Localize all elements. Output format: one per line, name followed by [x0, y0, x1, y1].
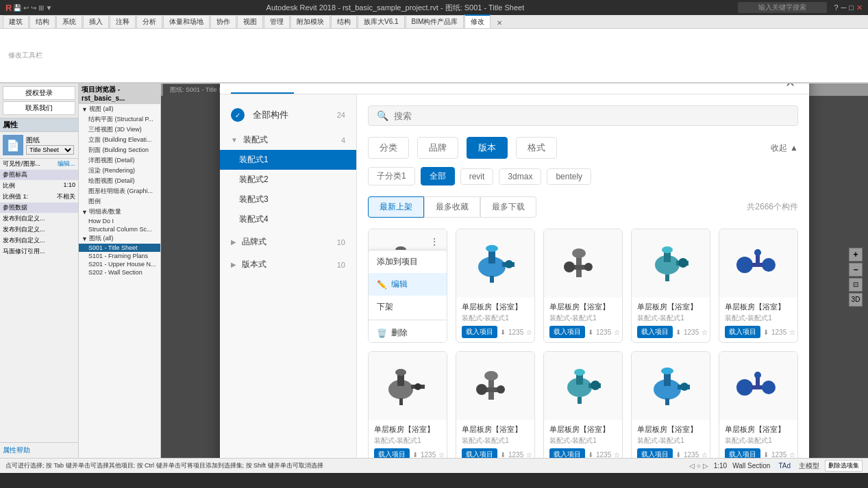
ribbon-tab-view[interactable]: 视图: [237, 15, 263, 28]
sub-filter-all[interactable]: 全部: [421, 167, 455, 185]
load-btn-3[interactable]: 载入项目: [637, 326, 673, 338]
tab-plugins[interactable]: 插件下载: [465, 84, 528, 94]
tab-topic[interactable]: 专题: [294, 84, 339, 94]
browser-rendering[interactable]: 渲染 (Rendering): [79, 166, 160, 176]
product-card-9[interactable]: 单层板房【浴室】 装配式-装配式1 载入项目 ⬇ 1235 ☆ 1235: [719, 351, 798, 458]
load-btn-2[interactable]: 载入项目: [549, 326, 585, 338]
ribbon-tab-structure[interactable]: 结构: [29, 15, 55, 28]
browser-s001[interactable]: S001 - Title Sheet: [79, 244, 160, 252]
filter-format[interactable]: 格式: [516, 137, 557, 159]
nav-item-assembled1[interactable]: 装配式1: [220, 150, 356, 170]
load-btn-6[interactable]: 载入项目: [462, 448, 497, 458]
context-menu-trigger-0[interactable]: ⋮: [427, 235, 441, 248]
ribbon-tab-structure2[interactable]: 结构: [331, 15, 357, 28]
nav-item-assembled4[interactable]: 装配式4: [220, 209, 356, 229]
product-card-7[interactable]: 单层板房【浴室】 装配式-装配式1 载入项目 ⬇ 1235 ☆ 1235: [543, 351, 623, 458]
remove-selection-btn[interactable]: 删除选项集: [825, 460, 863, 472]
browser-section[interactable]: 剖面 (Building Section: [79, 145, 160, 155]
close-btn[interactable]: ✕: [856, 3, 863, 12]
nav-all-item[interactable]: ✓ 全部构件 24: [220, 103, 356, 127]
load-btn-9[interactable]: 载入项目: [725, 448, 760, 458]
app-controls[interactable]: ? ─ □ ✕: [834, 3, 863, 12]
product-card-6[interactable]: 单层板房【浴室】 装配式-装配式1 载入项目 ⬇ 1235 ☆ 1235: [456, 351, 535, 458]
ribbon-tab-systems[interactable]: 系统: [56, 15, 82, 28]
product-card-1[interactable]: 单层板房【浴室】 装配式-装配式1 载入项目 ⬇ 1235 ☆ 1235: [456, 229, 535, 343]
sort-downloads[interactable]: 最多下载: [480, 196, 536, 218]
type-selector[interactable]: Title Sheet: [26, 145, 74, 155]
browser-schedule[interactable]: 图形柱明细表 (Graphi...: [79, 186, 160, 196]
svg-point-23: [736, 257, 753, 273]
browser-struct-col[interactable]: Structural Column Sc...: [79, 225, 160, 233]
browser-s101[interactable]: S101 - Framing Plans: [79, 252, 160, 260]
sub-filter-subcategory[interactable]: 子分类1: [368, 167, 415, 185]
product-card-0[interactable]: ⋮: [368, 229, 447, 343]
ctx-unpublish[interactable]: 下架: [369, 296, 447, 318]
nav-item-assembled2[interactable]: 装配式2: [220, 170, 356, 190]
filter-collapse-btn[interactable]: 收起 ▲: [771, 142, 798, 154]
help-btn[interactable]: ?: [834, 3, 838, 12]
filter-brand[interactable]: 品牌: [417, 137, 458, 159]
filter-category[interactable]: 分类: [368, 137, 409, 159]
load-btn-7[interactable]: 载入项目: [549, 448, 585, 458]
product-card-3[interactable]: 单层板房【浴室】 装配式-装配式1 载入项目 ⬇ 1235 ☆ 1235: [631, 229, 710, 343]
ribbon-tab-analyze[interactable]: 分析: [136, 15, 162, 28]
tab-enterprise[interactable]: 企业空间: [339, 84, 402, 94]
min-btn[interactable]: ─: [841, 3, 847, 12]
ribbon-tab-addins[interactable]: 附加模块: [290, 15, 330, 28]
browser-3d[interactable]: 三维视图 (3D View): [79, 125, 160, 135]
browser-sheets-group[interactable]: ▼图纸 (all): [79, 233, 160, 244]
ribbon-tab-insert[interactable]: 插入: [83, 15, 109, 28]
ctx-edit[interactable]: ✏️ 编辑: [369, 273, 447, 296]
ribbon-tab-massing[interactable]: 体量和场地: [163, 15, 210, 28]
nav-item-assembled3[interactable]: 装配式3: [220, 190, 356, 209]
product-card-5[interactable]: 单层板房【浴室】 装配式-装配式1 载入项目 ⬇ 1235 ☆ 1235: [368, 351, 447, 458]
sort-newest[interactable]: 最新上架: [368, 196, 424, 218]
browser-howdoi[interactable]: How Do I: [79, 217, 160, 225]
product-card-4[interactable]: 单层板房【浴室】 装配式-装配式1 载入项目 ⬇ 1235 ☆ 1235: [719, 229, 798, 343]
ribbon-tab-close[interactable]: ✕: [491, 18, 508, 28]
nav-section-version-header[interactable]: ▶ 版本式 10: [220, 255, 356, 274]
browser-detail[interactable]: 洋图视图 (Detail): [79, 155, 160, 166]
nav-section-brand-header[interactable]: ▶ 品牌式 10: [220, 232, 356, 252]
product-name-5: 单层板房【浴室】: [374, 424, 441, 435]
browser-views[interactable]: ▼视图 (all): [79, 104, 160, 114]
ribbon-tab-architecture[interactable]: 建筑: [3, 15, 29, 28]
browser-legend[interactable]: 图例: [79, 196, 160, 207]
sub-filter-revit[interactable]: revit: [460, 168, 494, 185]
main-canvas[interactable]: 图纸: S001 - Title Sheet Title Sheet + − ⊡…: [161, 84, 868, 458]
browser-s202[interactable]: S202 - Wall Section: [79, 268, 160, 277]
login-btn[interactable]: 授权登录: [3, 86, 75, 100]
tab-personal[interactable]: 个人空间: [402, 84, 465, 94]
load-btn-5[interactable]: 载入项目: [374, 448, 410, 458]
product-card-2[interactable]: 单层板房【浴室】 装配式-装配式1 载入项目 ⬇ 1235 ☆ 1235: [543, 229, 623, 343]
sub-filter-3dmax[interactable]: 3dmax: [499, 168, 541, 185]
ribbon-tab-annotate[interactable]: 注释: [110, 15, 136, 28]
ribbon-tab-bim-lib[interactable]: BIM构件产品库: [406, 15, 464, 28]
ribbon-tab-modify[interactable]: 修改: [464, 14, 491, 28]
nav-section-assembled-header[interactable]: ▼ 装配式 4: [220, 130, 356, 150]
browser-elevation[interactable]: 立面 (Building Elevati...: [79, 135, 160, 145]
load-btn-8[interactable]: 载入项目: [637, 448, 673, 458]
modal-close-btn[interactable]: ✕: [782, 84, 798, 91]
ribbon-tab-bimv[interactable]: 族库大V6.1: [358, 15, 405, 28]
ribbon-tab-collaborate[interactable]: 协作: [210, 15, 236, 28]
max-btn[interactable]: □: [849, 3, 854, 12]
ctx-delete[interactable]: 🗑️ 删除: [369, 322, 447, 343]
browser-drafting[interactable]: 绘图视图 (Detail): [79, 176, 160, 186]
search-box[interactable]: 输入关键字搜索: [738, 2, 827, 13]
browser-s201[interactable]: S201 - Upper House N...: [79, 260, 160, 268]
browser-structural[interactable]: 结构平面 (Structural P...: [79, 114, 160, 125]
tab-public[interactable]: 公共资源: [231, 84, 294, 94]
product-card-8[interactable]: 单层板房【浴室】 装配式-装配式1 载入项目 ⬇ 1235 ☆ 1235: [631, 351, 710, 458]
load-btn-1[interactable]: 载入项目: [462, 326, 497, 338]
ctx-add-to-project[interactable]: 添加到项目: [369, 251, 447, 273]
prop-value-visibility[interactable]: 编辑...: [58, 159, 75, 168]
search-input[interactable]: [394, 111, 789, 121]
filter-version[interactable]: 版本: [467, 137, 508, 159]
ribbon-tab-manage[interactable]: 管理: [264, 15, 290, 28]
sort-favorites[interactable]: 最多收藏: [424, 196, 480, 218]
contact-btn[interactable]: 联系我们: [3, 101, 75, 115]
load-btn-4[interactable]: 载入项目: [725, 326, 760, 338]
browser-schedules-group[interactable]: ▼明细表/数量: [79, 207, 160, 217]
sub-filter-bentely[interactable]: bentely: [547, 168, 591, 185]
